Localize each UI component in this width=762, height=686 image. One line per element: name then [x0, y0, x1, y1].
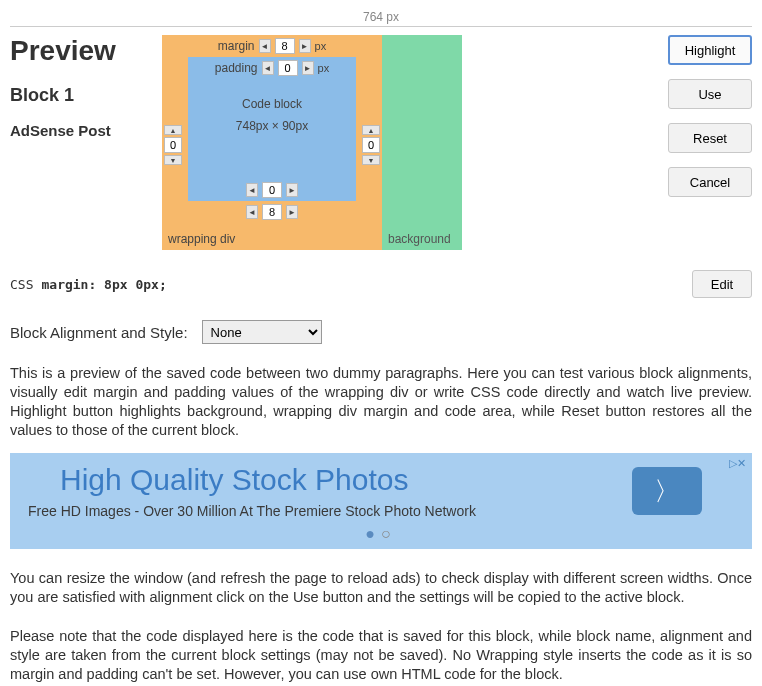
action-buttons: Highlight Use Reset Cancel: [668, 35, 752, 197]
margin-right-increase[interactable]: ▲: [362, 125, 380, 135]
background-label: background: [388, 232, 451, 246]
edit-button[interactable]: Edit: [692, 270, 752, 298]
ad-close-icon[interactable]: ▷✕: [729, 457, 746, 470]
alignment-row: Block Alignment and Style: None: [10, 320, 752, 344]
margin-bottom-increase[interactable]: ►: [286, 205, 298, 219]
alignment-label: Block Alignment and Style:: [10, 324, 188, 341]
margin-top-decrease[interactable]: ◄: [259, 39, 271, 53]
padding-label: padding: [215, 61, 258, 75]
margin-left-decrease[interactable]: ▼: [164, 155, 182, 165]
adsense-title: AdSense Post: [10, 122, 150, 139]
padding-bottom-input[interactable]: [262, 182, 282, 198]
dimension-ruler: 764 px: [10, 10, 752, 27]
code-block-title: Code block: [188, 97, 356, 111]
padding-bottom-increase[interactable]: ►: [286, 183, 298, 197]
css-row: CSS margin: 8px 0px; Edit: [10, 270, 752, 298]
description-paragraph-3: Please note that the code displayed here…: [10, 627, 752, 684]
padding-top-increase[interactable]: ►: [302, 61, 314, 75]
margin-top-control: margin ◄ ► px: [162, 35, 382, 57]
padding-top-control: padding ◄ ► px: [188, 57, 356, 79]
margin-right-decrease[interactable]: ▼: [362, 155, 380, 165]
css-label: CSS: [10, 277, 33, 292]
cancel-button[interactable]: Cancel: [668, 167, 752, 197]
ad-banner: ▷✕ High Quality Stock Photos Free HD Ima…: [10, 453, 752, 549]
highlight-button[interactable]: Highlight: [668, 35, 752, 65]
wrapping-div-label: wrapping div: [168, 232, 235, 246]
ad-next-arrow-icon[interactable]: 〉: [632, 467, 702, 515]
box-model-diagram: margin ◄ ► px padding ◄ ► px ▲ ▼ ▲: [162, 35, 382, 250]
left-column: Preview Block 1 AdSense Post: [10, 35, 150, 139]
css-code: margin: 8px 0px;: [41, 277, 166, 292]
background-panel: background: [382, 35, 462, 250]
code-block-area: Code block 748px × 90px: [188, 79, 356, 179]
padding-top-input[interactable]: [278, 60, 298, 76]
use-button[interactable]: Use: [668, 79, 752, 109]
code-block-dims: 748px × 90px: [188, 119, 356, 133]
margin-right-control: ▲ ▼: [362, 125, 380, 165]
block-title: Block 1: [10, 85, 150, 106]
ad-pagination-dots[interactable]: ●○: [24, 525, 738, 543]
description-paragraph-2: You can resize the window (and refresh t…: [10, 569, 752, 607]
alignment-select[interactable]: None: [202, 320, 322, 344]
margin-right-input[interactable]: [362, 137, 380, 153]
margin-unit: px: [315, 40, 327, 52]
reset-button[interactable]: Reset: [668, 123, 752, 153]
description-paragraph-1: This is a preview of the saved code betw…: [10, 364, 752, 439]
margin-top-increase[interactable]: ►: [299, 39, 311, 53]
margin-label: margin: [218, 39, 255, 53]
padding-bottom-control: ◄ ►: [188, 179, 356, 201]
preview-title: Preview: [10, 35, 150, 67]
margin-bottom-decrease[interactable]: ◄: [246, 205, 258, 219]
margin-bottom-control: ◄ ►: [162, 201, 382, 223]
padding-unit: px: [318, 62, 330, 74]
margin-bottom-input[interactable]: [262, 204, 282, 220]
padding-top-decrease[interactable]: ◄: [262, 61, 274, 75]
margin-top-input[interactable]: [275, 38, 295, 54]
margin-left-increase[interactable]: ▲: [164, 125, 182, 135]
diagram-wrap: margin ◄ ► px padding ◄ ► px ▲ ▼ ▲: [162, 35, 462, 250]
margin-left-input[interactable]: [164, 137, 182, 153]
top-section: Preview Block 1 AdSense Post margin ◄ ► …: [10, 35, 752, 250]
margin-left-control: ▲ ▼: [164, 125, 182, 165]
padding-bottom-decrease[interactable]: ◄: [246, 183, 258, 197]
